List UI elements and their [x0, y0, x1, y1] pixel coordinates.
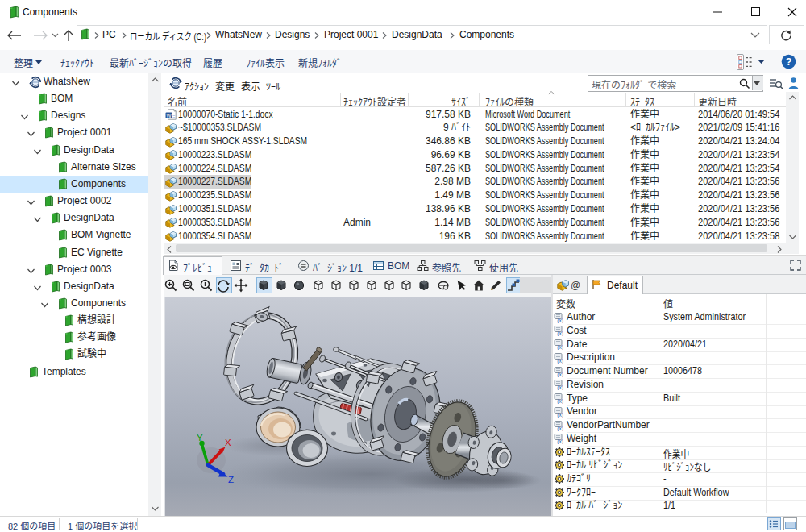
svg-text:?: ? — [786, 56, 792, 68]
svg-text:Z: Z — [228, 475, 234, 484]
svg-text:Y: Y — [197, 433, 203, 443]
svg-text:X: X — [225, 438, 231, 447]
